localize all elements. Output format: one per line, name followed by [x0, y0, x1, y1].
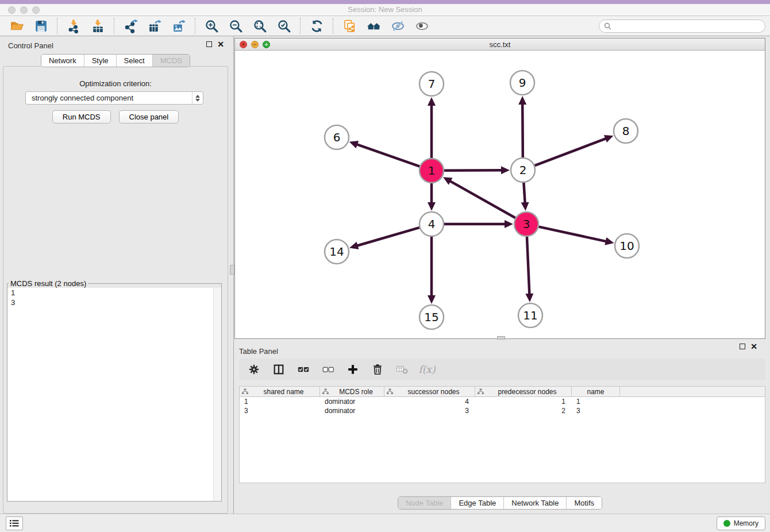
memory-button[interactable]: Memory	[717, 516, 765, 530]
column-header-name[interactable]: name	[572, 387, 620, 396]
tab-select[interactable]: Select	[116, 55, 152, 67]
table-row[interactable]: 1dominator411	[240, 397, 765, 406]
search-input[interactable]	[614, 22, 760, 30]
graph-edge-1-2[interactable]	[444, 170, 505, 171]
tab-edge-table[interactable]: Edge Table	[451, 497, 503, 509]
column-label: predecessor nodes	[486, 388, 569, 396]
search-box[interactable]	[599, 20, 765, 33]
graph-node-4[interactable]: 4	[419, 212, 444, 236]
column-header-predecessor-nodes[interactable]: predecessor nodes	[475, 387, 572, 396]
graph-edge-3-1[interactable]	[447, 179, 515, 218]
run-mcds-button[interactable]: Run MCDS	[52, 110, 111, 124]
vertical-splitter-handle[interactable]	[497, 336, 505, 340]
edge-arrowhead	[349, 242, 359, 249]
trash-icon[interactable]	[371, 363, 384, 376]
graph-edge-2-9[interactable]	[522, 101, 523, 157]
graph-edge-2-8[interactable]	[535, 137, 609, 165]
graph-node-11[interactable]: 11	[518, 303, 542, 327]
column-header-successor-nodes[interactable]: successor nodes	[384, 387, 475, 396]
tab-motifs[interactable]: Motifs	[566, 497, 602, 509]
table-cell[interactable]: dominator	[320, 407, 384, 415]
panel-splitter[interactable]	[231, 36, 234, 514]
export-table-icon[interactable]	[146, 18, 163, 34]
task-history-button[interactable]	[6, 516, 23, 530]
table-cell[interactable]: 1	[572, 398, 620, 406]
save-floppy-icon[interactable]	[32, 18, 49, 34]
tab-network-table[interactable]: Network Table	[503, 497, 566, 509]
graph-node-9[interactable]: 9	[510, 71, 534, 95]
show-eye-icon[interactable]	[413, 18, 430, 34]
memory-label: Memory	[734, 519, 759, 527]
graph-node-6[interactable]: 6	[325, 125, 349, 149]
mcds-result-line: 1	[7, 288, 221, 298]
graph-node-3[interactable]: 3	[514, 212, 538, 236]
attribute-type-icon	[478, 388, 484, 395]
copy-network-document-icon[interactable]	[341, 18, 358, 34]
houses-icon[interactable]	[365, 18, 382, 34]
export-image-icon[interactable]	[170, 18, 187, 34]
tab-mcds[interactable]: MCDS	[152, 55, 190, 67]
graph-edge-4-14[interactable]	[354, 228, 419, 246]
graph-node-10[interactable]: 10	[615, 234, 639, 258]
mcds-result-area[interactable]: 13	[7, 288, 221, 501]
zoom-fit-icon[interactable]	[251, 18, 268, 34]
column-split-icon[interactable]	[272, 363, 286, 376]
plus-icon[interactable]	[346, 363, 360, 376]
tab-style[interactable]: Style	[84, 55, 116, 67]
table-header-row: shared nameMCDS rolesuccessor nodesprede…	[239, 386, 765, 397]
graph-node-2[interactable]: 2	[511, 158, 535, 182]
new-network-share-icon[interactable]	[122, 18, 139, 34]
criterion-dropdown[interactable]: strongly connected component	[25, 91, 203, 105]
zoom-in-icon[interactable]	[203, 18, 220, 34]
table-cell[interactable]: 1	[240, 398, 320, 406]
tab-network[interactable]: Network	[41, 55, 84, 67]
hide-selected-eye-slash-icon[interactable]	[389, 18, 406, 34]
network-window-title: scc.txt	[235, 40, 765, 49]
gear-icon[interactable]	[247, 363, 261, 376]
network-window-titlebar[interactable]: × − + scc.txt	[235, 38, 765, 51]
table-row[interactable]: 3dominator323	[240, 406, 765, 415]
control-panel-close-button[interactable]: ✕	[217, 41, 224, 48]
column-header-MCDS-role[interactable]: MCDS role	[320, 387, 384, 396]
table-cell[interactable]: 3	[572, 407, 620, 415]
tab-node-table[interactable]: Node Table	[398, 497, 451, 509]
table-toolbar: f(x)	[239, 358, 765, 380]
table-cell[interactable]: dominator	[320, 398, 384, 406]
graph-node-8[interactable]: 8	[614, 119, 638, 143]
import-table-file-icon[interactable]	[89, 18, 106, 34]
close-panel-button[interactable]: Close panel	[119, 110, 179, 124]
import-network-file-icon[interactable]	[65, 18, 82, 34]
table-body[interactable]: 1dominator4113dominator323	[239, 397, 765, 483]
attribute-type-icon	[242, 388, 248, 395]
checked-pair-icon[interactable]	[297, 363, 310, 376]
graph-node-7[interactable]: 7	[419, 72, 444, 96]
search-icon	[604, 22, 611, 30]
mcds-result-line: 3	[7, 298, 221, 307]
column-label: shared name	[250, 388, 317, 396]
table-cell[interactable]: 3	[384, 407, 475, 415]
control-panel-float-button[interactable]	[206, 41, 212, 47]
table-cell[interactable]: 2	[475, 407, 572, 415]
table-cell[interactable]: 1	[475, 398, 572, 406]
open-folder-icon[interactable]	[8, 18, 25, 34]
zoom-out-icon[interactable]	[227, 18, 244, 34]
table-panel: Table Panel ✕	[234, 342, 765, 514]
toolbar-separator	[333, 18, 333, 34]
graph-edge-3-11[interactable]	[527, 237, 530, 298]
table-cell[interactable]: 3	[240, 407, 320, 415]
table-cell[interactable]: 4	[384, 398, 475, 406]
graph-node-14[interactable]: 14	[325, 240, 349, 264]
column-header-shared-name[interactable]: shared name	[240, 387, 320, 396]
table-panel-close-button[interactable]: ✕	[750, 343, 757, 350]
zoom-selected-icon[interactable]	[275, 18, 292, 34]
graph-edge-3-10[interactable]	[538, 227, 609, 242]
unchecked-pair-icon[interactable]	[321, 363, 335, 376]
refresh-layout-icon[interactable]	[308, 18, 325, 34]
graph-edge-1-6[interactable]	[353, 143, 419, 166]
graph-node-15[interactable]: 15	[419, 305, 444, 329]
result-scrollbar[interactable]	[213, 288, 221, 501]
table-panel-float-button[interactable]	[740, 344, 745, 349]
splitter-handle[interactable]	[230, 265, 234, 275]
graph-node-1[interactable]: 1	[419, 159, 444, 183]
network-graph-canvas[interactable]: 7968124314101511	[235, 51, 765, 338]
